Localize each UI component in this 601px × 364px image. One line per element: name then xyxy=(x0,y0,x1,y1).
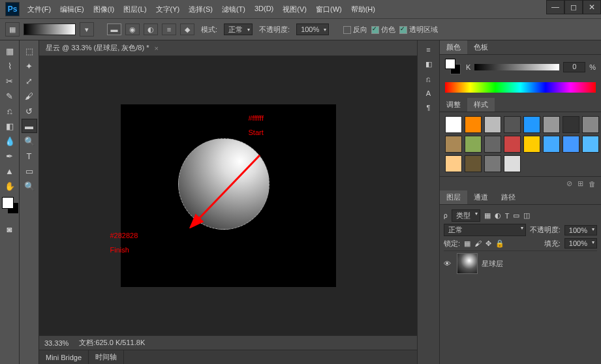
document-tab[interactable]: 星云 @ 33.3% (星球层, 灰色/8) * × xyxy=(39,40,417,56)
layer-name[interactable]: 星球层 xyxy=(482,259,503,269)
opacity-select[interactable]: 100% xyxy=(296,23,329,35)
filter-type-icon[interactable]: T xyxy=(505,212,510,220)
spot-heal-tool[interactable]: ✎ xyxy=(2,89,18,103)
style-swatch[interactable] xyxy=(504,136,521,153)
menu-view[interactable]: 视图(V) xyxy=(283,5,307,14)
close-tab-icon[interactable]: × xyxy=(154,44,158,52)
filter-pixel-icon[interactable]: ▦ xyxy=(484,211,491,220)
filter-smart-icon[interactable]: ◫ xyxy=(523,211,530,220)
marquee-tool[interactable]: ⬚ xyxy=(22,44,37,58)
magic-wand-tool[interactable]: ✦ xyxy=(22,59,37,73)
color-swatches[interactable] xyxy=(2,197,17,218)
visibility-icon[interactable]: 👁 xyxy=(444,260,453,267)
style-swatch[interactable] xyxy=(445,155,462,172)
hand-tool[interactable]: ✋ xyxy=(2,179,18,193)
lasso-tool[interactable]: ⌇ xyxy=(2,59,18,73)
style-swatch[interactable] xyxy=(484,155,501,172)
menu-file[interactable]: 文件(F) xyxy=(27,5,51,14)
delete-style-icon[interactable]: 🗑 xyxy=(589,180,596,188)
tab-swatches[interactable]: 色板 xyxy=(467,40,495,54)
tab-layers[interactable]: 图层 xyxy=(440,190,467,204)
style-swatch[interactable] xyxy=(562,116,579,133)
transparency-checkbox[interactable]: 透明区域 xyxy=(399,25,438,35)
gradient-tool[interactable]: ▬ xyxy=(22,119,37,133)
style-swatch[interactable] xyxy=(562,136,579,153)
menu-window[interactable]: 窗口(W) xyxy=(316,5,342,14)
k-slider[interactable] xyxy=(474,64,559,70)
type-tool[interactable]: T xyxy=(22,149,37,163)
style-swatch[interactable] xyxy=(582,136,599,153)
menu-layer[interactable]: 图层(L) xyxy=(123,5,146,14)
menu-type[interactable]: 文字(Y) xyxy=(156,5,180,14)
canvas[interactable]: #ffffffStart #282828Finish xyxy=(121,104,336,287)
layer-item[interactable]: 👁 星球层 xyxy=(444,250,597,276)
brush-tool[interactable]: 🖌 xyxy=(22,89,37,103)
collapsed-panel-icon[interactable]: ⎌ xyxy=(426,75,431,83)
minimize-button[interactable]: — xyxy=(546,0,564,14)
menu-image[interactable]: 图像(I) xyxy=(93,5,114,14)
style-swatch[interactable] xyxy=(523,116,540,133)
lock-paint-icon[interactable]: 🖌 xyxy=(474,239,482,247)
tab-adjustments[interactable]: 调整 xyxy=(440,98,467,112)
zoom-level[interactable]: 33.33% xyxy=(44,339,69,347)
path-select-tool[interactable]: ▲ xyxy=(2,164,18,178)
new-style-icon[interactable]: ⊞ xyxy=(578,179,583,188)
tab-timeline[interactable]: 时间轴 xyxy=(89,350,124,364)
blend-mode-select[interactable]: 正常 xyxy=(224,23,253,35)
tool-preset-icon[interactable]: ▦ xyxy=(5,22,20,37)
close-button[interactable]: ✕ xyxy=(583,0,601,14)
style-swatch[interactable] xyxy=(445,116,462,133)
style-swatch[interactable] xyxy=(543,116,560,133)
layer-kind-select[interactable]: 类型 xyxy=(452,209,480,222)
menu-3d[interactable]: 3D(D) xyxy=(254,5,273,14)
style-swatch[interactable] xyxy=(465,155,482,172)
maximize-button[interactable]: ◻ xyxy=(564,0,583,14)
blur-tool[interactable]: 💧 xyxy=(2,134,18,148)
style-swatch[interactable] xyxy=(582,116,599,133)
eraser-tool[interactable]: ◧ xyxy=(2,119,18,133)
color-spectrum[interactable] xyxy=(445,82,596,93)
collapsed-panel-icon[interactable]: A xyxy=(426,89,431,97)
mini-swatches[interactable] xyxy=(445,59,462,76)
collapsed-panel-icon[interactable]: ◧ xyxy=(425,60,432,68)
quickmask-tool[interactable]: ◙ xyxy=(2,222,18,236)
gradient-picker-icon[interactable]: ▾ xyxy=(80,22,94,37)
diamond-gradient-button[interactable]: ◆ xyxy=(180,23,194,35)
menu-edit[interactable]: 编辑(E) xyxy=(60,5,84,14)
tab-paths[interactable]: 路径 xyxy=(495,190,522,204)
tab-styles[interactable]: 样式 xyxy=(467,98,495,112)
move-tool[interactable]: ▦ xyxy=(2,44,18,58)
clear-style-icon[interactable]: ⊘ xyxy=(566,179,572,188)
lock-pos-icon[interactable]: ✥ xyxy=(485,239,491,248)
radial-gradient-button[interactable]: ◉ xyxy=(125,23,140,35)
reflected-gradient-button[interactable]: ≡ xyxy=(162,23,176,35)
tab-channels[interactable]: 通道 xyxy=(467,190,495,204)
reverse-checkbox[interactable]: 反向 xyxy=(343,25,367,35)
shape-tool[interactable]: ▭ xyxy=(22,164,37,178)
crop-tool[interactable]: ✂ xyxy=(2,74,18,88)
style-swatch[interactable] xyxy=(504,155,521,172)
style-swatch[interactable] xyxy=(445,136,462,153)
style-swatch[interactable] xyxy=(465,116,482,133)
dodge-tool[interactable]: 🔍 xyxy=(22,134,37,148)
style-swatch[interactable] xyxy=(484,136,501,153)
layer-opacity-value[interactable]: 100% xyxy=(564,225,597,235)
style-swatch[interactable] xyxy=(484,116,501,133)
style-swatch[interactable] xyxy=(543,136,560,153)
menu-help[interactable]: 帮助(H) xyxy=(351,5,375,14)
linear-gradient-button[interactable]: ▬ xyxy=(107,23,121,35)
style-swatch[interactable] xyxy=(465,136,482,153)
zoom-tool[interactable]: 🔍 xyxy=(22,179,37,193)
layer-blend-select[interactable]: 正常 xyxy=(444,224,526,236)
style-swatch[interactable] xyxy=(504,116,521,133)
eyedropper-tool[interactable]: ⤢ xyxy=(22,74,37,88)
collapsed-panel-icon[interactable]: ≡ xyxy=(426,46,430,53)
angle-gradient-button[interactable]: ◐ xyxy=(144,23,158,35)
filter-shape-icon[interactable]: ▭ xyxy=(513,211,519,220)
collapsed-panel-icon[interactable]: ¶ xyxy=(427,104,431,112)
dither-checkbox[interactable]: 仿色 xyxy=(371,25,395,35)
tab-mini-bridge[interactable]: Mini Bridge xyxy=(39,350,89,364)
clone-stamp-tool[interactable]: ⎌ xyxy=(2,104,18,118)
menu-select[interactable]: 选择(S) xyxy=(189,5,213,14)
k-value[interactable]: 0 xyxy=(563,62,585,72)
